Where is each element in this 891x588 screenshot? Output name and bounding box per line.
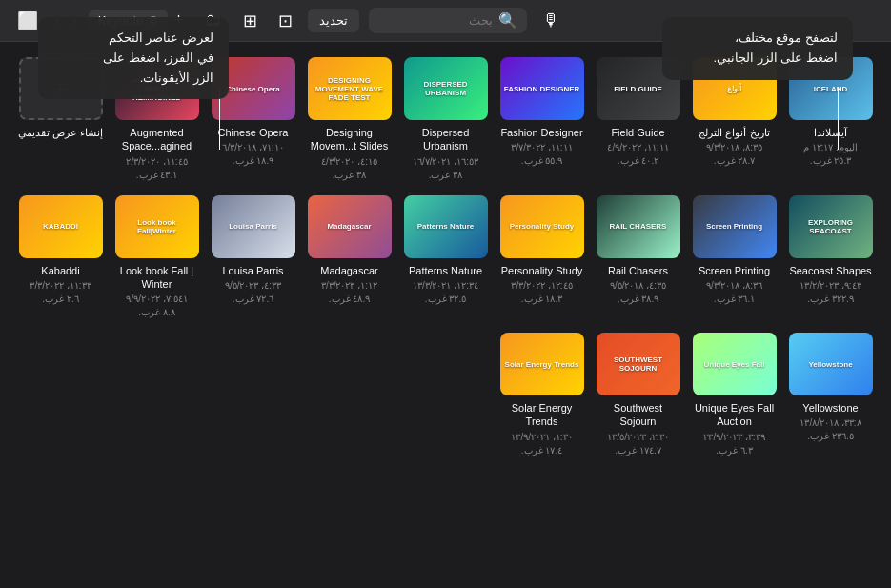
card-kabaddi[interactable]: KABADDIKabaddi١١:٣٣، ٣/٣/٢٠٢٢٢.٦ غرب. (17, 195, 104, 320)
card-thumb-text-lookbook: Look book Fall|Winter (115, 214, 199, 239)
card-patterns[interactable]: Patterns NaturePatterns Nature١٢:٣٤، ١٣/… (402, 195, 489, 320)
card-title-solar: Solar Energy Trends (498, 401, 585, 429)
grid-button[interactable]: ⊞ (237, 7, 263, 35)
card-title-create: إنشاء عرض تقديمي (18, 126, 103, 139)
toolbar-right: 🎙 🔍 تحديد ⊡ ⊞ 🗂 + (168, 7, 565, 35)
keynote-dot (149, 16, 158, 26)
card-meta-solar: ١:٣٠، ١٣/٩/٢٠٢١١٧.٤ غرب. (511, 431, 572, 457)
card-thumb-text-designing: DESIGNING MOVEMENT WAVE FADE TEST (308, 72, 392, 106)
card-thumb-designing: DESIGNING MOVEMENT WAVE FADE TEST (308, 57, 392, 120)
card-thumb-kabaddi: KABADDI (19, 195, 103, 258)
card-thumb-iceland: ICELAND (789, 57, 873, 120)
card-grid: ICELANDآيسلاندااليوم، ١٢:١٧ م٢٥.٣ غرب.أن… (17, 57, 874, 457)
card-meta-designing: ٤:١٥، ٤/٣/٢٠٢٠٣٨ غرب. (321, 155, 377, 182)
card-meta-yellowstone: ٣٣:٨، ١٣/٨/٢٠١٨٢٣٦.٥ غرب. (800, 416, 861, 443)
card-thumb-create: + (19, 57, 103, 120)
content-area: ICELANDآيسلاندااليوم، ١٢:١٧ م٢٥.٣ غرب.أن… (0, 42, 891, 474)
card-meta-augmented: ١١:٤٥، ٢/٣/٢٠٢٠٤٣.١ غرب. (126, 155, 187, 182)
card-thumb-text-louisa: Louisa Parris (225, 218, 281, 234)
card-thumb-text-railchasers: RAIL CHASERS (606, 218, 671, 234)
card-meta-screenprint: ٨:٣٦، ٩/٣/٢٠١٨٣٦.١ غرب. (706, 279, 762, 306)
card-louisa[interactable]: Louisa ParrisLouisa Parris٤:٣٣، ٩/٥/٢٠٢٣… (210, 195, 296, 320)
card-madagascar[interactable]: MadagascarMadagascar١:١٢، ٣/٣/٢٠٢٣٤٨.٩ غ… (306, 195, 393, 320)
card-railchasers[interactable]: RAIL CHASERSRail Chasers٤:٣٥، ٩/٥/٢٠١٨٣٨… (595, 195, 681, 320)
card-meta-patterns: ١٢:٣٤، ١٣/٣/٢٠٢١٣٢.٥ غرب. (413, 279, 478, 306)
card-title-flower: تاريخ أنواع التزلج (699, 126, 769, 139)
nav-next-button[interactable]: › (51, 10, 64, 31)
card-thumb-text-kabaddi: KABADDI (39, 218, 82, 234)
card-thumb-fashion: FASHION DESIGNER (500, 57, 584, 120)
keynote-badge: Keynote (89, 10, 169, 31)
card-unique[interactable]: Unique Eyes FallUnique Eyes Fall Auction… (691, 333, 778, 457)
card-thumb-personality: Personality Study (500, 195, 584, 258)
card-thumb-solar: Solar Energy Trends (500, 333, 584, 395)
card-yellowstone[interactable]: YellowstoneYellowstone٣٣:٨، ١٣/٨/٢٠١٨٢٣٦… (787, 333, 874, 457)
add-button[interactable]: + (168, 7, 190, 34)
card-seacoast[interactable]: EXPLORING SEACOASTSeacoast Shapes٩:٤٣، ١… (787, 195, 874, 320)
card-meta-madagascar: ١:١٢، ٣/٣/٢٠٢٣٤٨.٩ غرب. (321, 279, 377, 306)
search-icon: 🔍 (498, 11, 517, 30)
card-thumb-patterns: Patterns Nature (404, 195, 488, 258)
card-title-fashion: Fashion Designer (500, 126, 582, 139)
mic-button[interactable]: 🎙 (537, 7, 565, 34)
card-fieldguide[interactable]: FIELD GUIDEField Guide١١:١١، ٤/٩/٢٠٢٢٤٠.… (595, 57, 681, 182)
card-title-yellowstone: Yellowstone (802, 401, 858, 415)
card-thumb-augmented: AUGMENTED SPACE REIMAGINED (115, 57, 199, 120)
card-title-designing: Designing Movem...t Slides (306, 126, 393, 153)
card-thumb-text-southwest: SOUTHWEST SOJOURN (597, 352, 680, 376)
card-title-unique: Unique Eyes Fall Auction (691, 401, 778, 429)
card-personality[interactable]: Personality StudyPersonality Study١٢:٤٥،… (498, 195, 585, 320)
card-screenprint[interactable]: Screen PrintingScreen Printing٨:٣٦، ٩/٣/… (691, 195, 778, 320)
card-lookbook[interactable]: Look book Fall|WinterLook book Fall | Wi… (113, 195, 200, 320)
update-button[interactable]: تحديد (308, 9, 359, 32)
card-thumb-text-yellowstone: Yellowstone (804, 356, 856, 373)
sidebar-toggle-button[interactable]: ⬜ (11, 7, 44, 35)
card-meta-flower: ٨:٣٥، ٩/٣/٢٠١٨٢٨.٧ غرب. (706, 141, 762, 168)
card-title-seacoast: Seacoast Shapes (789, 264, 871, 277)
card-meta-seacoast: ٩:٤٣، ١٣/٢/٢٠٢٣٣٢٢.٩ غرب. (800, 279, 861, 306)
card-thumb-text-personality: Personality Study (506, 218, 578, 234)
folder-button[interactable]: 🗂 (199, 7, 228, 34)
card-augmented[interactable]: AUGMENTED SPACE REIMAGINEDAugmented Spac… (113, 57, 200, 182)
card-thumb-screenprint: Screen Printing (693, 195, 777, 258)
card-dispersed[interactable]: DISPERSED URBANISMDispersed Urbanism١٦:٥… (402, 57, 489, 182)
search-input[interactable] (378, 13, 493, 28)
card-meta-fieldguide: ١١:١١، ٤/٩/٢٠٢٢٤٠.٢ غرب. (607, 141, 668, 168)
card-southwest[interactable]: SOUTHWEST SOJOURNSouthwest Sojourn٢:٣٠، … (595, 333, 681, 457)
card-title-kabaddi: Kabaddi (41, 264, 79, 277)
card-thumb-text-screenprint: Screen Printing (702, 218, 766, 234)
card-thumb-text-iceland: ICELAND (810, 81, 852, 97)
card-meta-dispersed: ١٦:٥٣، ١٦/٧/٢٠٢١٣٨ غرب. (413, 155, 478, 182)
card-title-personality: Personality Study (501, 264, 583, 277)
card-title-screenprint: Screen Printing (699, 264, 770, 277)
card-designing[interactable]: DESIGNING MOVEMENT WAVE FADE TESTDesigni… (306, 57, 393, 182)
create-plus-icon: + (52, 75, 68, 102)
card-title-dispersed: Dispersed Urbanism (402, 126, 489, 153)
card-title-augmented: Augmented Space...agined (113, 126, 200, 153)
card-fashion[interactable]: FASHION DESIGNERFashion Designer١١:١١، ٣… (498, 57, 585, 182)
card-flower[interactable]: أنواعتاريخ أنواع التزلج٨:٣٥، ٩/٣/٢٠١٨٢٨.… (691, 57, 778, 182)
card-iceland[interactable]: ICELANDآيسلاندااليوم، ١٢:١٧ م٢٥.٣ غرب. (787, 57, 874, 182)
card-thumb-unique: Unique Eyes Fall (693, 333, 777, 395)
card-title-iceland: آيسلاندا (814, 126, 847, 139)
card-solar[interactable]: Solar Energy TrendsSolar Energy Trends١:… (498, 333, 585, 457)
template-button[interactable]: ⊡ (273, 7, 298, 35)
card-thumb-flower: أنواع (693, 57, 777, 120)
card-thumb-lookbook: Look book Fall|Winter (115, 195, 199, 258)
card-thumb-text-unique: Unique Eyes Fall (699, 356, 768, 373)
card-title-madagascar: Madagascar (320, 264, 378, 277)
card-chinese[interactable]: Chinese OperaChinese Opera٧١:١٠، ٦/٣/٢٠١… (210, 57, 296, 182)
card-title-patterns: Patterns Nature (409, 264, 482, 277)
card-meta-unique: ٣:٣٩، ٢٣/٩/٢٠٢٣٦.٣ غرب. (703, 431, 764, 457)
card-thumb-text-seacoast: EXPLORING SEACOAST (789, 214, 873, 239)
card-thumb-text-flower: أنواع (723, 81, 745, 97)
card-title-fieldguide: Field Guide (611, 126, 664, 139)
toolbar: 🎙 🔍 تحديد ⊡ ⊞ 🗂 + Keynote ‹ › ⬜ (0, 0, 891, 42)
card-thumb-text-augmented: AUGMENTED SPACE REIMAGINED (115, 72, 199, 106)
card-create[interactable]: +إنشاء عرض تقديمي (17, 57, 104, 182)
nav-prev-button[interactable]: ‹ (68, 10, 80, 31)
card-thumb-dispersed: DISPERSED URBANISM (404, 57, 488, 120)
card-title-railchasers: Rail Chasers (608, 264, 668, 277)
card-thumb-louisa: Louisa Parris (212, 195, 295, 258)
search-bar[interactable]: 🔍 (369, 8, 527, 33)
